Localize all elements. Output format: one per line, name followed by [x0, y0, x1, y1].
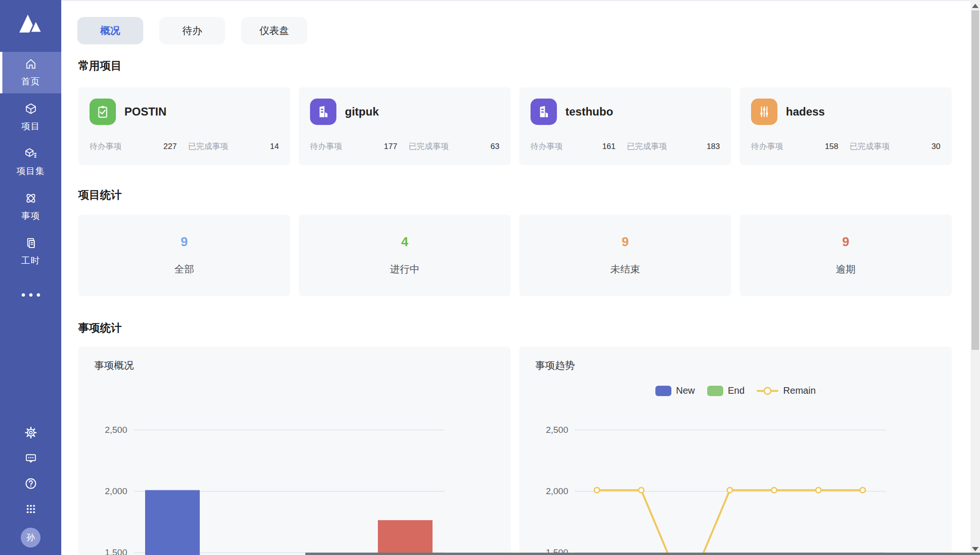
line-chart: 2,5002,0001,500 [519, 347, 952, 555]
chart-title: 事项趋势 [535, 359, 575, 372]
help-question-icon [24, 477, 37, 490]
building-icon [310, 99, 336, 125]
app-logo[interactable] [17, 10, 44, 37]
stat-value: 4 [401, 235, 408, 249]
svg-text:2,500: 2,500 [546, 425, 568, 435]
legend-item-remain[interactable]: Remain [757, 385, 816, 396]
building-icon [531, 99, 557, 125]
scrollbar-down-arrow-icon[interactable] [972, 547, 979, 551]
svg-text:2,000: 2,000 [105, 486, 127, 496]
done-count: 14 [270, 142, 279, 151]
project-card-postin[interactable]: POSTIN 待办事项 227 已完成事项 14 [78, 87, 290, 165]
stat-card-in-progress[interactable]: 4 进行中 [299, 215, 511, 296]
tab-dashboard[interactable]: 仪表盘 [241, 17, 307, 44]
project-name: POSTIN [124, 105, 166, 118]
vertical-scrollbar[interactable] [971, 0, 980, 555]
project-stats-row: 9 全部 4 进行中 9 未结束 9 逾期 [78, 215, 952, 296]
done-label: 已完成事项 [408, 141, 449, 152]
sidebar-item-timesheet[interactable]: 工时 [0, 231, 61, 273]
legend-item-new[interactable]: New [655, 385, 695, 396]
sidebar-item-projects[interactable]: 项目 [0, 97, 61, 138]
scrollbar-up-arrow-icon[interactable] [972, 4, 979, 8]
main-content: 概况 待办 仪表盘 常用项目 POSTIN 待办事项 [61, 0, 971, 555]
settings-gear-icon [24, 426, 37, 439]
todo-count: 177 [384, 142, 397, 151]
project-card-hadess[interactable]: hadess 待办事项 158 已完成事项 30 [740, 87, 952, 165]
todo-count: 161 [602, 142, 615, 151]
sidebar-item-home[interactable]: 首页 [0, 52, 61, 93]
sliders-icon [751, 99, 777, 125]
sidebar-footer: 孙 [0, 426, 61, 547]
svg-text:2,000: 2,000 [546, 486, 568, 496]
sidebar-item-label: 项目 [21, 120, 40, 133]
stat-card-unfinished[interactable]: 9 未结束 [519, 215, 731, 296]
stat-value: 9 [621, 235, 629, 249]
done-label: 已完成事项 [849, 141, 890, 152]
project-name: gitpuk [345, 105, 379, 118]
section-title-frequent-projects: 常用项目 [78, 58, 122, 73]
feedback-button[interactable] [24, 451, 37, 464]
stat-label: 全部 [174, 263, 194, 276]
done-label: 已完成事项 [188, 141, 228, 152]
section-title-project-stats: 项目统计 [78, 188, 122, 202]
sidebar-item-label: 事项 [21, 210, 40, 222]
chart-legend: NewEndRemain [519, 385, 952, 396]
stat-card-overdue[interactable]: 9 逾期 [740, 215, 952, 296]
stat-label: 未结束 [611, 263, 640, 276]
project-name: hadess [786, 105, 825, 118]
frequent-projects-row: POSTIN 待办事项 227 已完成事项 14 [78, 87, 952, 165]
sidebar-item-label: 工时 [21, 255, 40, 267]
legend-swatch-icon [707, 386, 723, 396]
sidebar-more-button[interactable] [0, 283, 61, 306]
todo-count: 158 [825, 142, 838, 151]
loops-icon [24, 192, 37, 207]
tab-overview[interactable]: 概况 [77, 17, 143, 44]
stat-card-all[interactable]: 9 全部 [78, 215, 290, 296]
legend-label: Remain [783, 385, 816, 396]
settings-button[interactable] [24, 426, 37, 439]
ellipsis-icon [22, 293, 25, 297]
sidebar-item-label: 项目集 [16, 165, 45, 177]
svg-text:1,500: 1,500 [105, 547, 127, 555]
section-title-issue-stats: 事项统计 [78, 321, 122, 335]
cube-list-icon [24, 147, 37, 162]
issue-trend-chart-panel: 事项趋势 NewEndRemain 2,5002,0001,500 [519, 347, 952, 555]
scrollbar-thumb[interactable] [972, 10, 979, 350]
sidebar-item-label: 首页 [21, 75, 40, 88]
done-count: 183 [707, 142, 720, 151]
user-avatar[interactable]: 孙 [21, 528, 41, 547]
window-bottom-edge [305, 553, 980, 555]
legend-line-circle-icon [757, 390, 778, 392]
todo-label: 待办事项 [310, 141, 342, 152]
tab-todo[interactable]: 待办 [159, 17, 225, 44]
chart-title: 事项概况 [94, 359, 134, 372]
view-tabs: 概况 待办 仪表盘 [77, 17, 307, 44]
issue-overview-chart-panel: 事项概况 2,5002,0001,500 [78, 347, 511, 555]
project-name: testhubo [565, 105, 613, 118]
stat-label: 进行中 [390, 263, 420, 276]
legend-label: New [676, 385, 695, 396]
done-label: 已完成事项 [627, 141, 667, 152]
cube-icon [24, 102, 37, 117]
svg-text:2,500: 2,500 [105, 425, 127, 435]
apps-button[interactable] [24, 502, 37, 515]
sidebar: 首页 项目 项目集 [0, 0, 61, 555]
mountain-logo-icon [17, 10, 44, 37]
help-button[interactable] [24, 477, 37, 490]
todo-label: 待办事项 [531, 141, 563, 152]
feedback-chat-icon [24, 452, 37, 464]
stat-label: 逾期 [836, 263, 856, 276]
project-card-gitpuk[interactable]: gitpuk 待办事项 177 已完成事项 63 [299, 87, 511, 165]
app-window: 首页 项目 项目集 [0, 0, 980, 555]
pages-icon [24, 237, 37, 251]
bar-chart: 2,5002,0001,500 [78, 347, 511, 555]
project-card-testhubo[interactable]: testhubo 待办事项 161 已完成事项 183 [519, 87, 731, 165]
sidebar-item-issues[interactable]: 事项 [0, 186, 61, 228]
todo-label: 待办事项 [751, 141, 783, 152]
stat-value: 9 [842, 235, 849, 249]
stat-value: 9 [180, 235, 188, 249]
sidebar-item-project-sets[interactable]: 项目集 [0, 141, 61, 183]
legend-label: End [728, 385, 745, 396]
legend-item-end[interactable]: End [707, 385, 745, 396]
apps-grid-icon [24, 503, 37, 515]
